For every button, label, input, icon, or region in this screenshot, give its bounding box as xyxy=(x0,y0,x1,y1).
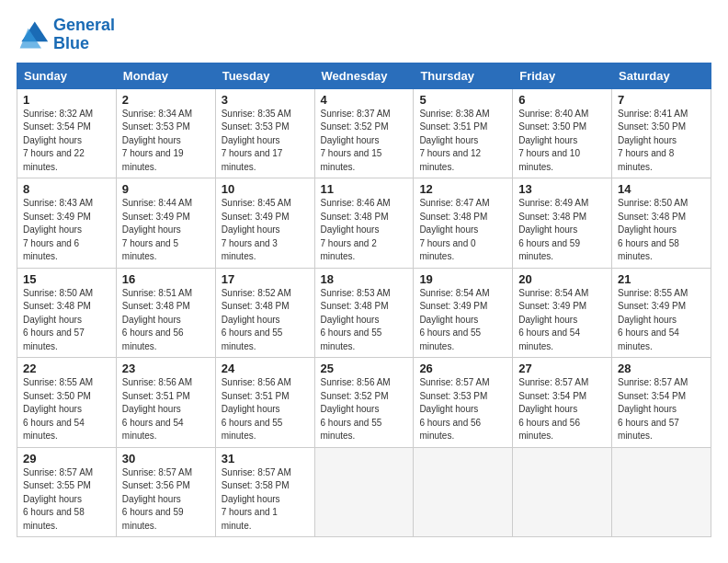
day-info: Sunrise: 8:50 AMSunset: 3:48 PMDaylight … xyxy=(618,197,705,264)
day-info: Sunrise: 8:38 AMSunset: 3:51 PMDaylight … xyxy=(419,108,506,175)
calendar-cell xyxy=(414,447,513,537)
day-info: Sunrise: 8:34 AMSunset: 3:53 PMDaylight … xyxy=(122,108,210,175)
week-row-1: 1Sunrise: 8:32 AMSunset: 3:54 PMDaylight… xyxy=(17,88,711,178)
day-info: Sunrise: 8:57 AMSunset: 3:58 PMDaylight … xyxy=(222,466,309,534)
day-info: Sunrise: 8:56 AMSunset: 3:51 PMDaylight … xyxy=(122,376,210,443)
day-number: 20 xyxy=(518,272,606,286)
calendar-cell: 24Sunrise: 8:56 AMSunset: 3:51 PMDayligh… xyxy=(215,358,314,448)
calendar-cell: 3Sunrise: 8:35 AMSunset: 3:53 PMDaylight… xyxy=(215,88,314,178)
day-number: 5 xyxy=(419,93,506,107)
day-info: Sunrise: 8:44 AMSunset: 3:49 PMDaylight … xyxy=(122,197,210,264)
day-info: Sunrise: 8:32 AMSunset: 3:54 PMDaylight … xyxy=(23,108,110,175)
day-number: 27 xyxy=(518,362,606,375)
day-info: Sunrise: 8:57 AMSunset: 3:55 PMDaylight … xyxy=(23,466,110,534)
calendar-cell: 22Sunrise: 8:55 AMSunset: 3:50 PMDayligh… xyxy=(17,358,117,448)
week-row-4: 22Sunrise: 8:55 AMSunset: 3:50 PMDayligh… xyxy=(17,358,711,448)
day-info: Sunrise: 8:43 AMSunset: 3:49 PMDaylight … xyxy=(23,197,110,264)
day-number: 10 xyxy=(222,182,309,196)
day-info: Sunrise: 8:37 AMSunset: 3:52 PMDaylight … xyxy=(321,108,408,175)
day-info: Sunrise: 8:57 AMSunset: 3:53 PMDaylight … xyxy=(419,376,506,443)
calendar-cell: 8Sunrise: 8:43 AMSunset: 3:49 PMDaylight… xyxy=(17,178,117,269)
day-info: Sunrise: 8:57 AMSunset: 3:54 PMDaylight … xyxy=(618,376,705,443)
calendar-cell: 16Sunrise: 8:51 AMSunset: 3:48 PMDayligh… xyxy=(116,268,215,358)
day-number: 26 xyxy=(419,362,506,375)
day-info: Sunrise: 8:49 AMSunset: 3:48 PMDaylight … xyxy=(518,197,606,264)
weekday-header-thursday: Thursday xyxy=(414,63,513,88)
day-number: 22 xyxy=(23,362,110,375)
day-number: 29 xyxy=(23,452,110,465)
day-number: 8 xyxy=(23,182,110,196)
day-number: 31 xyxy=(222,452,309,465)
day-info: Sunrise: 8:35 AMSunset: 3:53 PMDaylight … xyxy=(222,108,309,175)
day-number: 13 xyxy=(518,182,606,196)
week-row-2: 8Sunrise: 8:43 AMSunset: 3:49 PMDaylight… xyxy=(17,178,711,269)
day-info: Sunrise: 8:45 AMSunset: 3:49 PMDaylight … xyxy=(222,197,309,264)
day-number: 30 xyxy=(122,452,210,465)
weekday-header-row: SundayMondayTuesdayWednesdayThursdayFrid… xyxy=(17,63,711,88)
day-number: 24 xyxy=(222,362,309,375)
calendar-cell: 1Sunrise: 8:32 AMSunset: 3:54 PMDaylight… xyxy=(17,88,117,178)
weekday-header-sunday: Sunday xyxy=(17,63,117,88)
calendar-cell: 23Sunrise: 8:56 AMSunset: 3:51 PMDayligh… xyxy=(116,358,215,448)
day-info: Sunrise: 8:51 AMSunset: 3:48 PMDaylight … xyxy=(122,287,210,354)
calendar-cell: 26Sunrise: 8:57 AMSunset: 3:53 PMDayligh… xyxy=(414,358,513,448)
day-info: Sunrise: 8:54 AMSunset: 3:49 PMDaylight … xyxy=(419,287,506,354)
calendar-cell: 10Sunrise: 8:45 AMSunset: 3:49 PMDayligh… xyxy=(215,178,314,269)
day-number: 18 xyxy=(321,272,408,286)
week-row-3: 15Sunrise: 8:50 AMSunset: 3:48 PMDayligh… xyxy=(17,268,711,358)
day-number: 16 xyxy=(122,272,210,286)
calendar-cell: 7Sunrise: 8:41 AMSunset: 3:50 PMDaylight… xyxy=(612,88,711,178)
page: General Blue SundayMondayTuesdayWednesda… xyxy=(0,0,728,563)
day-info: Sunrise: 8:57 AMSunset: 3:54 PMDaylight … xyxy=(518,376,606,443)
week-row-5: 29Sunrise: 8:57 AMSunset: 3:55 PMDayligh… xyxy=(17,447,711,537)
logo: General Blue xyxy=(17,17,115,53)
logo-icon xyxy=(17,18,50,52)
calendar-cell: 17Sunrise: 8:52 AMSunset: 3:48 PMDayligh… xyxy=(215,268,314,358)
day-number: 23 xyxy=(122,362,210,375)
day-info: Sunrise: 8:53 AMSunset: 3:48 PMDaylight … xyxy=(321,287,408,354)
day-info: Sunrise: 8:55 AMSunset: 3:49 PMDaylight … xyxy=(618,287,705,354)
day-number: 11 xyxy=(321,182,408,196)
weekday-header-friday: Friday xyxy=(513,63,612,88)
calendar-cell: 15Sunrise: 8:50 AMSunset: 3:48 PMDayligh… xyxy=(17,268,117,358)
day-info: Sunrise: 8:46 AMSunset: 3:48 PMDaylight … xyxy=(321,197,408,264)
calendar-cell: 30Sunrise: 8:57 AMSunset: 3:56 PMDayligh… xyxy=(116,447,215,537)
calendar-cell: 25Sunrise: 8:56 AMSunset: 3:52 PMDayligh… xyxy=(314,358,414,448)
day-info: Sunrise: 8:56 AMSunset: 3:51 PMDaylight … xyxy=(222,376,309,443)
calendar-cell: 27Sunrise: 8:57 AMSunset: 3:54 PMDayligh… xyxy=(513,358,612,448)
day-number: 2 xyxy=(122,93,210,107)
day-number: 3 xyxy=(222,93,309,107)
calendar-cell: 6Sunrise: 8:40 AMSunset: 3:50 PMDaylight… xyxy=(513,88,612,178)
calendar-cell: 4Sunrise: 8:37 AMSunset: 3:52 PMDaylight… xyxy=(314,88,414,178)
day-number: 6 xyxy=(518,93,606,107)
calendar-cell: 5Sunrise: 8:38 AMSunset: 3:51 PMDaylight… xyxy=(414,88,513,178)
calendar-cell: 28Sunrise: 8:57 AMSunset: 3:54 PMDayligh… xyxy=(612,358,711,448)
weekday-header-saturday: Saturday xyxy=(612,63,711,88)
calendar-cell: 31Sunrise: 8:57 AMSunset: 3:58 PMDayligh… xyxy=(215,447,314,537)
calendar-cell: 9Sunrise: 8:44 AMSunset: 3:49 PMDaylight… xyxy=(116,178,215,269)
calendar-cell: 2Sunrise: 8:34 AMSunset: 3:53 PMDaylight… xyxy=(116,88,215,178)
calendar-table: SundayMondayTuesdayWednesdayThursdayFrid… xyxy=(17,63,711,538)
calendar-cell: 18Sunrise: 8:53 AMSunset: 3:48 PMDayligh… xyxy=(314,268,414,358)
calendar-cell: 29Sunrise: 8:57 AMSunset: 3:55 PMDayligh… xyxy=(17,447,117,537)
day-number: 9 xyxy=(122,182,210,196)
calendar-cell: 14Sunrise: 8:50 AMSunset: 3:48 PMDayligh… xyxy=(612,178,711,269)
calendar-cell xyxy=(612,447,711,537)
day-number: 14 xyxy=(618,182,705,196)
calendar-cell: 21Sunrise: 8:55 AMSunset: 3:49 PMDayligh… xyxy=(612,268,711,358)
calendar-cell: 19Sunrise: 8:54 AMSunset: 3:49 PMDayligh… xyxy=(414,268,513,358)
calendar-cell: 11Sunrise: 8:46 AMSunset: 3:48 PMDayligh… xyxy=(314,178,414,269)
day-info: Sunrise: 8:57 AMSunset: 3:56 PMDaylight … xyxy=(122,466,210,534)
day-info: Sunrise: 8:56 AMSunset: 3:52 PMDaylight … xyxy=(321,376,408,443)
weekday-header-monday: Monday xyxy=(116,63,215,88)
day-info: Sunrise: 8:54 AMSunset: 3:49 PMDaylight … xyxy=(518,287,606,354)
weekday-header-wednesday: Wednesday xyxy=(314,63,414,88)
calendar-cell: 12Sunrise: 8:47 AMSunset: 3:48 PMDayligh… xyxy=(414,178,513,269)
day-number: 28 xyxy=(618,362,705,375)
day-info: Sunrise: 8:52 AMSunset: 3:48 PMDaylight … xyxy=(222,287,309,354)
calendar-cell: 13Sunrise: 8:49 AMSunset: 3:48 PMDayligh… xyxy=(513,178,612,269)
logo-text: General Blue xyxy=(53,17,115,53)
day-number: 17 xyxy=(222,272,309,286)
header: General Blue xyxy=(17,17,711,53)
day-info: Sunrise: 8:41 AMSunset: 3:50 PMDaylight … xyxy=(618,108,705,175)
